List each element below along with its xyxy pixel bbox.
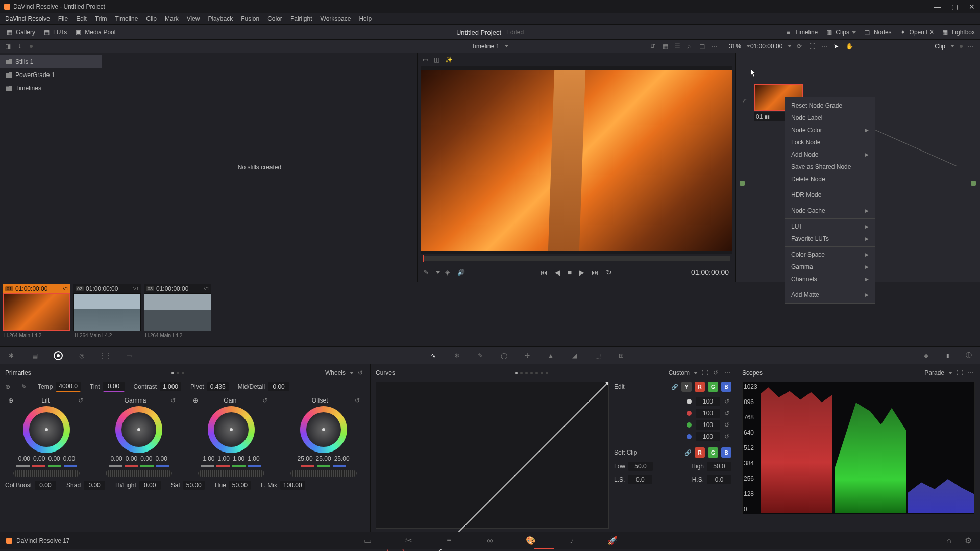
scopes-icon[interactable]: ⫴ bbox=[942, 350, 952, 361]
clip-thumbnail[interactable] bbox=[144, 293, 211, 331]
viewer-timecode[interactable]: 01:00:00:00 bbox=[750, 43, 782, 50]
gain-color-wheel[interactable] bbox=[208, 406, 255, 453]
clip-03[interactable]: 03 01:00:00:00 V1 H.264 Main L4.2 bbox=[144, 284, 211, 340]
menu-trim[interactable]: Trim bbox=[95, 15, 107, 22]
menu-app[interactable]: DaVinci Resolve bbox=[5, 15, 50, 22]
softclip-g-button[interactable]: G bbox=[708, 447, 718, 458]
color-wheels-icon[interactable] bbox=[53, 350, 63, 361]
mute-icon[interactable]: 🔊 bbox=[457, 269, 464, 276]
chevron-down-icon[interactable] bbox=[746, 45, 750, 47]
play-button[interactable]: ▶ bbox=[579, 268, 584, 277]
colboost-value[interactable]: 0.00 bbox=[35, 481, 56, 490]
gamma-color-wheel[interactable] bbox=[115, 406, 162, 453]
color-warper-icon[interactable]: ❄ bbox=[452, 350, 462, 361]
node-graph-output[interactable] bbox=[971, 181, 976, 186]
deliver-page-icon[interactable]: 🚀 bbox=[607, 535, 618, 546]
list-view-icon[interactable]: ☰ bbox=[675, 43, 682, 50]
windows-icon[interactable]: ◯ bbox=[499, 350, 509, 361]
contrast-value[interactable]: 1.000 bbox=[160, 382, 181, 391]
ctx-lut[interactable]: LUT▶ bbox=[785, 220, 875, 233]
playhead[interactable] bbox=[423, 255, 424, 262]
magic-mask-icon[interactable]: ▲ bbox=[546, 350, 556, 361]
more-icon[interactable]: ⋯ bbox=[968, 369, 975, 377]
temp-value[interactable]: 4000.0 bbox=[56, 382, 81, 392]
expand-icon[interactable]: ⛶ bbox=[702, 369, 709, 377]
clip-02[interactable]: 02 01:00:00:00 V1 H.264 Main L4.2 bbox=[74, 284, 141, 340]
home-icon[interactable]: ⌂ bbox=[943, 535, 954, 546]
media-page-icon[interactable]: ▭ bbox=[362, 535, 373, 546]
reset-icon[interactable]: ↺ bbox=[358, 369, 365, 377]
menu-edit[interactable]: Edit bbox=[76, 15, 87, 22]
gallery-album-stills[interactable]: Stills 1 bbox=[0, 55, 102, 68]
menu-playback[interactable]: Playback bbox=[208, 15, 233, 22]
ctx-node-color[interactable]: Node Color▶ bbox=[785, 124, 875, 136]
wp-picker-icon[interactable]: ⊕ bbox=[193, 397, 198, 404]
channel-b-button[interactable]: B bbox=[721, 382, 731, 392]
ctx-gamma[interactable]: Gamma▶ bbox=[785, 261, 875, 273]
keyframes-icon[interactable]: ◆ bbox=[921, 350, 931, 361]
unmix-icon[interactable]: ◈ bbox=[445, 269, 452, 276]
ctx-color-space[interactable]: Color Space▶ bbox=[785, 248, 875, 261]
qualifier-icon[interactable]: ✎ bbox=[475, 350, 485, 361]
wipe-icon[interactable]: ◫ bbox=[699, 43, 706, 50]
viewer-canvas[interactable] bbox=[421, 66, 732, 254]
edit-page-icon[interactable]: ≡ bbox=[444, 535, 455, 546]
chevron-down-icon[interactable] bbox=[436, 271, 440, 274]
color-page-icon[interactable]: 🎨 bbox=[525, 535, 536, 546]
rgb-mixer-icon[interactable]: ⋮⋮ bbox=[100, 350, 110, 361]
more-icon[interactable]: ⋯ bbox=[724, 369, 731, 377]
pointer-icon[interactable]: ➤ bbox=[834, 43, 841, 50]
reset-icon[interactable]: ↺ bbox=[713, 369, 720, 377]
timeline-name[interactable]: Timeline 1 bbox=[472, 43, 500, 50]
ctx-node-cache[interactable]: Node Cache▶ bbox=[785, 205, 875, 217]
key-icon[interactable]: ⬚ bbox=[593, 350, 603, 361]
bypass-icon[interactable]: ⟳ bbox=[797, 43, 804, 50]
menu-view[interactable]: View bbox=[187, 15, 200, 22]
media-pool-toggle[interactable]: ▣ Media Pool bbox=[74, 28, 115, 36]
ctx-delete-node[interactable]: Delete Node bbox=[785, 173, 875, 185]
channel-g-button[interactable]: G bbox=[708, 382, 718, 392]
chevron-down-icon[interactable] bbox=[950, 45, 954, 47]
picker-icon[interactable]: ✎ bbox=[21, 383, 29, 390]
more-icon[interactable]: ⋯ bbox=[968, 43, 975, 50]
lightbox-toggle[interactable]: ▦ Lightbox bbox=[941, 28, 975, 36]
fusion-page-icon[interactable]: ∞ bbox=[484, 535, 496, 546]
menu-fusion[interactable]: Fusion bbox=[241, 15, 259, 22]
reset-icon[interactable]: ↺ bbox=[170, 397, 178, 404]
more-icon[interactable]: ⋯ bbox=[712, 43, 719, 50]
prev-clip-button[interactable]: ⏮ bbox=[541, 268, 548, 277]
split-view-icon[interactable]: ◫ bbox=[434, 56, 441, 63]
pivot-value[interactable]: 0.435 bbox=[207, 382, 229, 391]
channel-r-button[interactable]: R bbox=[695, 382, 705, 392]
loop-button[interactable]: ↻ bbox=[606, 268, 612, 277]
chevron-down-icon[interactable] bbox=[504, 45, 508, 47]
motion-effects-icon[interactable]: ▭ bbox=[124, 350, 134, 361]
ctx-channels[interactable]: Channels▶ bbox=[785, 273, 875, 285]
gamma-jog[interactable] bbox=[106, 470, 172, 477]
luts-toggle[interactable]: ▤ LUTs bbox=[42, 28, 67, 36]
link-icon[interactable]: 🔗 bbox=[671, 384, 678, 390]
sizing-icon[interactable]: ⊞ bbox=[616, 350, 626, 361]
softclip-b-button[interactable]: B bbox=[721, 447, 731, 458]
close-button[interactable]: ✕ bbox=[968, 3, 976, 11]
softclip-high[interactable]: 50.0 bbox=[707, 462, 731, 471]
expand-icon[interactable]: ⛶ bbox=[957, 369, 964, 377]
softclip-r-button[interactable]: R bbox=[695, 447, 705, 458]
minimize-button[interactable]: — bbox=[933, 3, 941, 11]
menu-file[interactable]: File bbox=[58, 15, 68, 22]
reset-icon[interactable]: ↺ bbox=[78, 397, 85, 404]
node-mode-label[interactable]: Clip bbox=[935, 43, 945, 50]
intensity-b[interactable]: 100 bbox=[696, 432, 720, 441]
offset-jog[interactable] bbox=[290, 470, 357, 477]
lift-color-wheel[interactable] bbox=[23, 406, 70, 453]
gallery-album-powergrade[interactable]: PowerGrade 1 bbox=[0, 68, 102, 82]
blur-icon[interactable]: ◢ bbox=[569, 350, 579, 361]
curves-graph[interactable] bbox=[376, 382, 609, 529]
sat-value[interactable]: 50.00 bbox=[183, 481, 205, 490]
clip-thumbnail[interactable] bbox=[3, 293, 70, 331]
step-back-button[interactable]: ◀ bbox=[555, 268, 560, 277]
camera-raw-icon[interactable]: ✱ bbox=[6, 350, 16, 361]
clip-thumbnail[interactable] bbox=[74, 293, 141, 331]
link-icon[interactable]: 🔗 bbox=[684, 449, 692, 456]
tint-value[interactable]: 0.00 bbox=[103, 382, 125, 392]
